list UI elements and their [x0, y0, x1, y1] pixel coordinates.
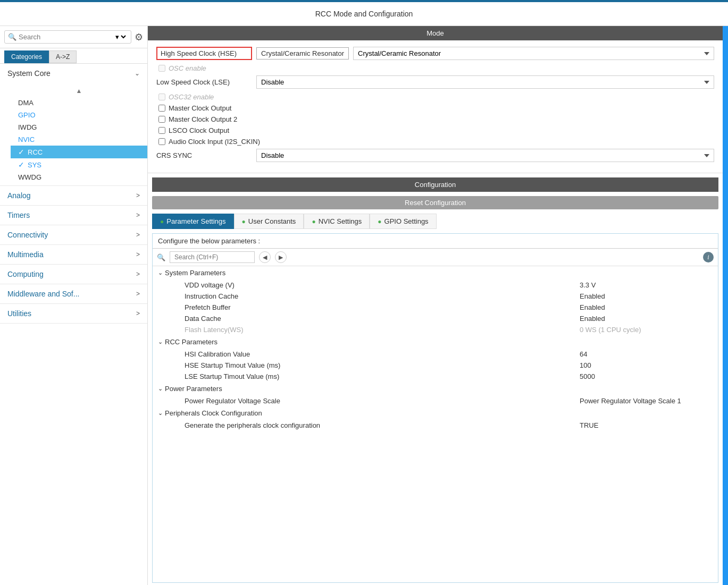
category-header-system-core[interactable]: System Core ⌄: [0, 64, 147, 83]
group-header-rcc-parameters[interactable]: ⌄ RCC Parameters: [153, 335, 718, 349]
right-scrollbar[interactable]: [723, 26, 728, 585]
param-search-input[interactable]: [170, 251, 255, 263]
crs-sync-label: CRS SYNC: [156, 151, 252, 159]
param-row-prefetch: Prefetch Buffer Enabled: [153, 302, 718, 313]
timers-chevron-icon: >: [136, 211, 140, 219]
param-name-dcache: Data Cache: [185, 315, 580, 323]
osc-enable-row: OSC enable: [156, 64, 714, 72]
master-clock-output2-checkbox[interactable]: [158, 116, 165, 123]
gpio-settings-label: GPIO Settings: [384, 217, 429, 225]
param-row-dcache: Data Cache Enabled: [153, 313, 718, 324]
parameter-settings-check-icon: ●: [160, 218, 164, 225]
page-title: RCC Mode and Configuration: [315, 10, 413, 18]
param-search-icon: 🔍: [157, 253, 165, 261]
power-params-collapse-icon: ⌄: [158, 385, 163, 392]
category-timers: Timers >: [0, 206, 147, 225]
param-name-hsi-cal: HSI Calibration Value: [185, 350, 580, 358]
nvic-settings-label: NVIC Settings: [319, 217, 362, 225]
category-label-timers: Timers: [7, 211, 30, 219]
lsco-clock-output-row: LSCO Clock Output: [156, 126, 714, 134]
system-params-collapse-icon: ⌄: [158, 269, 163, 276]
up-arrow: ▲: [11, 85, 147, 97]
sidebar-item-rcc[interactable]: ✓ RCC: [11, 146, 147, 158]
gpio-label: GPIO: [18, 111, 36, 119]
category-header-multimedia[interactable]: Multimedia >: [0, 245, 147, 264]
user-constants-check-icon: ●: [242, 218, 246, 225]
tab-gpio-settings[interactable]: ● GPIO Settings: [370, 214, 436, 229]
param-row-flash-latency: Flash Latency(WS) 0 WS (1 CPU cycle): [153, 324, 718, 335]
sidebar-search-input[interactable]: [19, 33, 113, 41]
sidebar-item-sys[interactable]: ✓ SYS: [11, 158, 147, 171]
reset-configuration-button[interactable]: Reset Configuration: [152, 196, 718, 209]
search-input-wrap[interactable]: 🔍 ▾: [4, 30, 131, 44]
lsco-clock-output-checkbox[interactable]: [158, 127, 165, 134]
lse-select[interactable]: Disable Crystal/Ceramic Resonator BYPASS…: [256, 75, 714, 89]
sidebar-item-nvic[interactable]: NVIC: [11, 133, 147, 146]
category-utilities: Utilities >: [0, 304, 147, 324]
category-header-computing[interactable]: Computing >: [0, 265, 147, 284]
param-value-prefetch: Enabled: [580, 303, 713, 311]
lse-label: Low Speed Clock (LSE): [156, 78, 252, 86]
sidebar-search-dropdown[interactable]: ▾: [113, 32, 128, 41]
group-header-system-parameters[interactable]: ⌄ System Parameters: [153, 266, 718, 279]
category-connectivity: Connectivity >: [0, 225, 147, 245]
user-constants-label: User Constants: [248, 217, 296, 225]
tab-user-constants[interactable]: ● User Constants: [234, 214, 304, 229]
master-clock-output-checkbox[interactable]: [158, 105, 165, 112]
group-header-peripherals-clock[interactable]: ⌄ Peripherals Clock Configuration: [153, 406, 718, 420]
tab-atoz[interactable]: A->Z: [49, 50, 77, 63]
sidebar-content: System Core ⌄ ▲ DMA GPIO IWDG: [0, 64, 147, 585]
top-bar: RCC Mode and Configuration: [0, 2, 728, 26]
tab-categories[interactable]: Categories: [4, 50, 49, 63]
sidebar-item-iwdg[interactable]: IWDG: [11, 121, 147, 133]
sys-check-icon: ✓: [18, 160, 24, 169]
computing-chevron-icon: >: [136, 270, 140, 278]
param-name-icache: Instruction Cache: [185, 292, 580, 300]
multimedia-chevron-icon: >: [136, 251, 140, 258]
category-header-middleware[interactable]: Middleware and Sof... >: [0, 284, 147, 303]
master-clock-output2-label: Master Clock Output 2: [169, 115, 237, 123]
param-value-vdd: 3.3 V: [580, 281, 713, 289]
tab-parameter-settings[interactable]: ● Parameter Settings: [152, 214, 234, 229]
osc32-enable-checkbox[interactable]: [158, 94, 165, 100]
category-header-utilities[interactable]: Utilities >: [0, 304, 147, 323]
param-area: Configure the below parameters : 🔍 ◀ ▶ i…: [152, 233, 718, 583]
prev-result-button[interactable]: ◀: [259, 251, 271, 263]
next-result-button[interactable]: ▶: [275, 251, 287, 263]
hse-select[interactable]: Crystal/Ceramic Resonator Disable BYPASS…: [353, 47, 714, 60]
param-name-lse-startup: LSE Startup Timout Value (ms): [185, 372, 580, 380]
connectivity-chevron-icon: >: [136, 231, 140, 239]
info-button[interactable]: i: [703, 252, 714, 262]
config-section-header: Configuration: [152, 177, 718, 192]
category-computing: Computing >: [0, 265, 147, 284]
lse-row: Low Speed Clock (LSE) Disable Crystal/Ce…: [156, 75, 714, 89]
param-name-power-regulator: Power Regulator Voltage Scale: [185, 397, 580, 405]
sidebar-item-wwdg[interactable]: WWDG: [11, 171, 147, 183]
crs-sync-select[interactable]: Disable: [256, 149, 714, 162]
audio-clock-input-checkbox[interactable]: [158, 138, 165, 145]
category-header-timers[interactable]: Timers >: [0, 206, 147, 225]
category-header-analog[interactable]: Analog >: [0, 186, 147, 205]
nvic-label: NVIC: [18, 135, 35, 143]
sidebar-item-dma[interactable]: DMA: [11, 97, 147, 109]
param-row-hsi-cal: HSI Calibration Value 64: [153, 349, 718, 360]
osc-enable-checkbox[interactable]: [158, 65, 165, 72]
system-params-label: System Parameters: [165, 269, 225, 277]
config-tabs: ● Parameter Settings ● User Constants ● …: [152, 214, 718, 229]
tab-nvic-settings[interactable]: ● NVIC Settings: [304, 214, 370, 229]
gpio-settings-check-icon: ●: [378, 218, 381, 225]
sidebar-item-gpio[interactable]: GPIO: [11, 109, 147, 121]
gear-icon[interactable]: ⚙: [135, 31, 143, 43]
category-multimedia: Multimedia >: [0, 245, 147, 265]
param-name-flash-latency: Flash Latency(WS): [185, 326, 580, 334]
dma-label: DMA: [18, 99, 34, 107]
group-header-power-parameters[interactable]: ⌄ Power Parameters: [153, 382, 718, 395]
utilities-chevron-icon: >: [136, 310, 140, 317]
category-label-computing: Computing: [7, 270, 44, 278]
power-params-label: Power Parameters: [165, 385, 222, 393]
param-value-hse-startup: 100: [580, 361, 713, 369]
category-header-connectivity[interactable]: Connectivity >: [0, 225, 147, 244]
sidebar-search-bar: 🔍 ▾ ⚙: [0, 26, 147, 48]
param-row-vdd: VDD voltage (V) 3.3 V: [153, 279, 718, 291]
param-value-dcache: Enabled: [580, 315, 713, 323]
